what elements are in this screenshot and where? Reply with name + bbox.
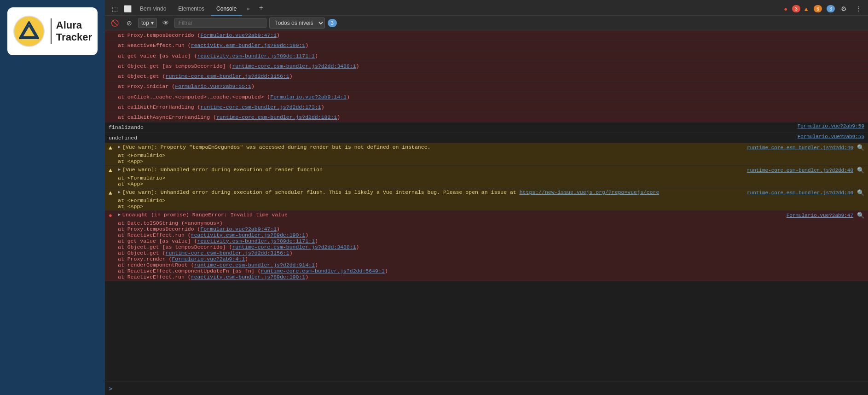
stack-link[interactable]: reactivity.esm-bundler.js?89dc:190:1: [191, 274, 305, 280]
stack-line: at Object.get (runtime-core.esm-bundler.…: [118, 73, 293, 79]
stack-link[interactable]: runtime-core.esm-bundler.js?d2dd:173:1: [200, 104, 321, 110]
log-text: finalizando: [109, 124, 144, 130]
devtools-panel: ⬚ ⬜ Bem-vindo Elementos Console » + ● 3 …: [105, 0, 868, 395]
list-item: at Object.get (runtime-core.esm-bundler.…: [105, 71, 868, 81]
devtools-device-icon[interactable]: ⬜: [122, 3, 133, 15]
expand-icon[interactable]: ▶: [118, 167, 121, 172]
console-output[interactable]: at Proxy.temposDecorrido (Formulario.vue…: [105, 30, 868, 382]
stack-line: at Proxy.temposDecorrido (Formulario.vue…: [118, 32, 280, 38]
log-source[interactable]: Formulario.vue?2ab9:55: [798, 134, 864, 139]
stack-link[interactable]: reactivity.esm-bundler.js?89dc:1171:1: [197, 238, 315, 244]
error-dot-icon: ●: [109, 212, 116, 220]
warn-source[interactable]: runtime-core.esm-bundler.js?d2dd:40: [747, 145, 853, 151]
stack-line: at Object.get [as temposDecorrido] (runt…: [118, 63, 359, 69]
search-icon[interactable]: 🔍: [857, 189, 864, 197]
stack-link[interactable]: reactivity.esm-bundler.js?89dc:190:1: [191, 42, 305, 48]
stack-link[interactable]: Formulario.vue?2ab9:4:1: [172, 256, 245, 262]
tab-add-btn[interactable]: +: [255, 1, 267, 15]
settings-icon[interactable]: ⚙: [838, 3, 850, 15]
filter-input[interactable]: [174, 18, 266, 28]
context-label: top: [141, 20, 149, 26]
list-item: at Proxy.iniciar (Formulario.vue?2ab9:55…: [105, 81, 868, 92]
console-count-badge: 3: [328, 19, 337, 27]
list-item: undefined Formulario.vue?2ab9:55: [105, 133, 868, 143]
logo-text: Alura Tracker: [56, 19, 92, 44]
console-input[interactable]: [116, 385, 864, 392]
app-panel: Alura Tracker: [0, 0, 105, 395]
stack-link[interactable]: runtime-core.esm-bundler.js?d2dd:3156:1: [166, 250, 289, 256]
stop-icon[interactable]: ⊘: [123, 17, 135, 29]
search-icon[interactable]: 🔍: [857, 144, 864, 151]
warn-details: at <Formulário> at <App>: [118, 198, 166, 209]
clear-console-icon[interactable]: 🚫: [109, 17, 121, 29]
stack-link[interactable]: runtime-core.esm-bundler.js?d2dd:3488:1: [232, 63, 356, 69]
list-item: at onClick._cache.<computed>._cache.<com…: [105, 92, 868, 102]
stack-link[interactable]: runtime-core.esm-bundler.js?d2dd:5649:1: [261, 268, 385, 274]
warn-text: [Vue warn]: Property "tempoEmSegundos" w…: [122, 144, 430, 150]
customize-icon[interactable]: ⋮: [852, 3, 864, 15]
search-icon[interactable]: 🔍: [857, 212, 864, 219]
console-toolbar: 🚫 ⊘ top ▾ 👁 Todos os níveis 3: [105, 16, 868, 30]
devtools-inspect-icon[interactable]: ⬚: [109, 3, 121, 15]
stack-link[interactable]: Formulario.vue?2ab9:14:1: [270, 94, 347, 100]
list-item: at get value [as value] (reactivity.esm-…: [105, 51, 868, 61]
search-icon[interactable]: 🔍: [857, 167, 864, 174]
tab-console[interactable]: Console: [211, 3, 242, 16]
stack-line: at get value [as value] (reactivity.esm-…: [118, 53, 318, 59]
error-stack: at Date.toISOString (<anonymous>) at Pro…: [118, 220, 388, 280]
chevron-down-icon: ▾: [151, 20, 154, 26]
stack-link[interactable]: reactivity.esm-bundler.js?89dc:1171:1: [197, 53, 315, 59]
red-error-dot: ●: [784, 6, 787, 12]
blue-badge: 3: [827, 5, 835, 12]
warn-icon: ▲: [109, 167, 116, 175]
list-item: finalizando Formulario.vue?2ab9:59: [105, 122, 868, 133]
expand-icon[interactable]: ▶: [118, 189, 121, 195]
list-item: ● ▶ Uncaught (in promise) RangeError: In…: [105, 211, 868, 281]
list-item: at Object.get [as temposDecorrido] (runt…: [105, 61, 868, 71]
tab-overflow-btn[interactable]: »: [243, 3, 254, 15]
stack-link[interactable]: Formulario.vue?2ab9:47:1: [200, 32, 277, 38]
context-selector[interactable]: top ▾: [138, 18, 157, 28]
devtools-status-area: ● 3 ▲ 6 3 ⚙ ⋮: [784, 3, 864, 15]
warn-details: at <Formulário> at <App>: [118, 175, 166, 187]
warn-source[interactable]: runtime-core.esm-bundler.js?d2dd:40: [747, 168, 853, 173]
brand-name-alura: Alura: [56, 19, 92, 31]
stack-line: at callWithErrorHandling (runtime-core.e…: [118, 104, 324, 110]
log-text: undefined: [109, 135, 137, 141]
expand-icon[interactable]: ▶: [118, 144, 121, 150]
stack-link[interactable]: runtime-core.esm-bundler.js?d2dd:914:1: [194, 262, 315, 268]
eye-icon[interactable]: 👁: [160, 17, 172, 29]
tab-elementos[interactable]: Elementos: [173, 3, 210, 16]
stack-line: at Proxy.iniciar (Formulario.vue?2ab9:55…: [118, 83, 255, 89]
stack-link[interactable]: Formulario.vue?2ab9:55:1: [175, 83, 251, 89]
warn-source[interactable]: runtime-core.esm-bundler.js?d2dd:40: [747, 190, 853, 196]
list-item: at callWithErrorHandling (runtime-core.e…: [105, 102, 868, 112]
expand-icon[interactable]: ▶: [118, 212, 121, 217]
stack-link[interactable]: runtime-core.esm-bundler.js?d2dd:3488:1: [232, 244, 356, 250]
log-level-select[interactable]: Todos os níveis: [269, 17, 325, 29]
stack-link[interactable]: runtime-core.esm-bundler.js?d2dd:3156:1: [166, 73, 289, 79]
orange-warning-dot: ▲: [803, 6, 809, 12]
list-item: at Proxy.temposDecorrido (Formulario.vue…: [105, 30, 868, 41]
list-item: ▲ ▶ [Vue warn]: Unhandled error during e…: [105, 166, 868, 188]
list-item: ▲ ▶ [Vue warn]: Property "tempoEmSegundo…: [105, 143, 868, 166]
stack-line: at callWithAsyncErrorHandling (runtime-c…: [118, 114, 340, 120]
error-source[interactable]: Formulario.vue?2ab9:47: [787, 213, 853, 218]
stack-line: at ReactiveEffect.run (reactivity.esm-bu…: [118, 42, 308, 48]
list-item: ▲ ▶ [Vue warn]: Unhandled error during e…: [105, 188, 868, 211]
brand-name-tracker: Tracker: [56, 31, 92, 43]
stack-link[interactable]: reactivity.esm-bundler.js?89dc:190:1: [191, 232, 305, 238]
list-item: at callWithAsyncErrorHandling (runtime-c…: [105, 112, 868, 122]
log-source[interactable]: Formulario.vue?2ab9:59: [798, 123, 864, 129]
console-input-row: >: [105, 382, 868, 395]
list-item: at ReactiveEffect.run (reactivity.esm-bu…: [105, 41, 868, 51]
app-logo-icon: [13, 15, 45, 47]
vuejs-link[interactable]: https://new-issue.vuejs.org/?repo=vuejs/…: [520, 189, 660, 195]
warn-text: [Vue warn]: Unhandled error during execu…: [122, 167, 323, 173]
stack-line: at onClick._cache.<computed>._cache.<com…: [118, 94, 350, 100]
stack-link[interactable]: Formulario.vue?2ab9:47:1: [200, 226, 277, 232]
tab-bem-vindo[interactable]: Bem-vindo: [134, 3, 172, 16]
prompt-arrow: >: [109, 385, 112, 392]
logo-container: Alura Tracker: [7, 7, 98, 55]
stack-link[interactable]: runtime-core.esm-bundler.js?d2dd:182:1: [216, 114, 337, 120]
